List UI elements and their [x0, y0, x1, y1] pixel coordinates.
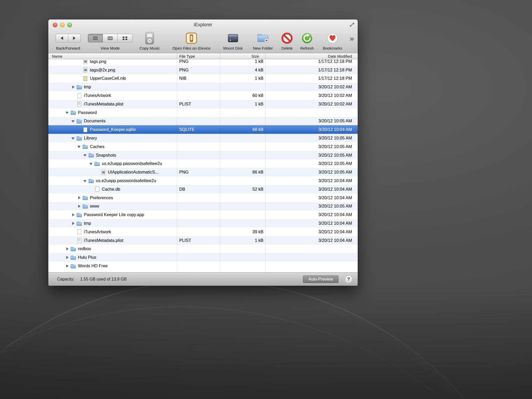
window-chrome: iExplorer Back/Forward: [48, 19, 358, 53]
disk-icon: [227, 33, 239, 44]
grid-view-icon: [123, 37, 127, 40]
folder-icon: [83, 195, 88, 200]
idevice-icon: [185, 32, 198, 44]
grid-view-button[interactable]: [118, 34, 132, 42]
column-header-date-modified[interactable]: Date Modified: [265, 53, 358, 59]
disclosure-triangle-icon[interactable]: [71, 136, 77, 140]
date-modified: 3/20/12 10:05 AM: [265, 168, 358, 176]
table-row[interactable]: Caches3/20/12 10:05 AM: [48, 142, 358, 151]
date-modified: 3/20/12 10:04 AM: [265, 219, 358, 228]
title-bar[interactable]: iExplorer: [48, 19, 358, 30]
toolbar-overflow-chevron[interactable]: »: [350, 35, 354, 42]
table-row[interactable]: Password: [48, 108, 358, 117]
table-row[interactable]: Documents3/20/12 10:05 AM: [48, 117, 358, 125]
disclosure-triangle-icon[interactable]: [83, 179, 89, 183]
image-icon: [101, 170, 106, 175]
table-row[interactable]: Words HD Free: [48, 262, 358, 270]
table-row[interactable]: Snapshots3/20/12 10:05 AM: [48, 151, 358, 159]
file-size: 1 kB: [220, 100, 265, 108]
column-view-button[interactable]: [103, 34, 118, 42]
delete-button[interactable]: Delete: [277, 31, 297, 50]
open-files-button[interactable]: Open Files on iDevice: [165, 31, 217, 50]
file-type: NIB: [177, 74, 220, 83]
disclosure-triangle-icon[interactable]: [71, 119, 77, 123]
column-header-file-type[interactable]: File Type: [177, 53, 220, 59]
column-header-size[interactable]: Size: [220, 53, 265, 59]
folder-icon: [83, 204, 88, 209]
disclosure-triangle-icon[interactable]: [77, 196, 83, 200]
table-row[interactable]: iTunesMetadata.plistPLIST1 kB3/20/12 10:…: [48, 236, 358, 245]
file-type: [177, 151, 220, 159]
date-modified: [265, 262, 358, 270]
file-size: [220, 194, 265, 202]
disclosure-triangle-icon[interactable]: [65, 264, 71, 268]
desktop-swirl: [0, 307, 532, 399]
folder-icon: [95, 161, 100, 166]
zoom-button[interactable]: [67, 23, 72, 27]
delete-icon: [281, 32, 293, 44]
table-row[interactable]: tmp3/20/12 10:02 AM: [48, 83, 358, 91]
table-row[interactable]: Preferences3/20/12 10:04 AM: [48, 194, 358, 202]
disclosure-spacer: [71, 94, 77, 97]
status-bar: Capacity: 1.55 GB used of 13.9 GB Auto-P…: [48, 272, 358, 286]
disclosure-triangle-icon[interactable]: [71, 213, 77, 217]
file-type: [177, 262, 220, 270]
table-row[interactable]: Cache.dbDB52 kB3/20/12 10:04 AM: [48, 185, 358, 194]
table-row[interactable]: tags@2x.pngPNG4 kB1/17/12 12:18 PM: [48, 66, 358, 74]
minimize-button[interactable]: [60, 23, 65, 27]
table-row[interactable]: us.e2uapp.passwordsafelitee2u3/20/12 10:…: [48, 159, 358, 168]
table-row[interactable]: us.e2uapp.passwordsafelitee2u3/20/12 10:…: [48, 176, 358, 185]
file-size: [220, 245, 265, 253]
disclosure-triangle-icon[interactable]: [65, 256, 71, 259]
disclosure-triangle-icon[interactable]: [77, 204, 83, 208]
back-button[interactable]: [56, 34, 68, 42]
mount-disk-button[interactable]: Mount Disk: [217, 31, 249, 50]
date-modified: 1/17/12 12:18 PM: [265, 74, 358, 83]
table-row[interactable]: iTunesArtwork60 kB3/20/12 10:02 AM: [48, 91, 358, 100]
close-button[interactable]: [53, 23, 57, 27]
file-name: Password Keeper Lite copy.app: [84, 212, 144, 217]
folder-icon: [77, 118, 82, 124]
file-type: [177, 117, 220, 125]
table-row[interactable]: iTunesMetadata.plistPLIST1 kB3/20/12 10:…: [48, 100, 358, 108]
disclosure-triangle-icon[interactable]: [77, 145, 83, 148]
forward-button[interactable]: [68, 34, 81, 42]
file-type: [177, 202, 220, 211]
file-type: PNG: [177, 66, 220, 74]
new-folder-button[interactable]: New Folder: [249, 31, 277, 50]
copy-music-button[interactable]: Copy Music: [134, 31, 165, 50]
disclosure-triangle-icon[interactable]: [65, 247, 71, 251]
folder-icon: [77, 84, 82, 90]
table-row[interactable]: tmp3/20/12 10:04 AM: [48, 219, 358, 228]
table-row[interactable]: redbox: [48, 245, 358, 253]
table-row[interactable]: iTunesArtwork39 kB3/20/12 10:04 AM: [48, 228, 358, 236]
table-row[interactable]: UpperCaseCell.nibNIB1 kB1/17/12 12:18 PM: [48, 74, 358, 83]
file-name: tags.png: [90, 59, 106, 64]
table-row[interactable]: www3/20/12 10:05 AM: [48, 202, 358, 211]
table-row[interactable]: Password_Keeper.sqliteSQLITE68 kB3/20/12…: [48, 125, 358, 134]
disclosure-triangle-icon[interactable]: [71, 222, 77, 225]
disclosure-triangle-icon[interactable]: [71, 85, 77, 89]
table-row[interactable]: Password Keeper Lite copy.app3/20/12 10:…: [48, 210, 358, 219]
fullscreen-icon[interactable]: [349, 22, 355, 27]
refresh-button[interactable]: Refresh: [297, 31, 317, 50]
file-name: iTunesMetadata.plist: [84, 238, 123, 243]
column-header-name[interactable]: Name: [48, 53, 177, 59]
disclosure-triangle-icon[interactable]: [89, 162, 95, 165]
file-size: 68 kB: [220, 125, 265, 134]
table-row[interactable]: UIApplicationAutomaticS...PNG86 kB3/20/1…: [48, 168, 358, 176]
table-row[interactable]: tags.pngPNG1 kB1/17/12 12:18 PM: [48, 59, 358, 66]
help-button[interactable]: ?: [345, 275, 353, 283]
disclosure-triangle-icon[interactable]: [83, 153, 89, 157]
view-mode-control: [88, 34, 132, 43]
table-row[interactable]: Library3/20/12 10:05 AM: [48, 134, 358, 142]
auto-preview-button[interactable]: Auto-Preview: [303, 275, 338, 283]
list-view-button[interactable]: [88, 34, 103, 42]
file-type: [177, 245, 220, 253]
disclosure-spacer: [71, 230, 77, 234]
date-modified: 3/20/12 10:02 AM: [265, 83, 358, 91]
table-row[interactable]: Hulu Plus: [48, 253, 358, 262]
file-type: [177, 91, 220, 100]
disclosure-triangle-icon[interactable]: [65, 111, 71, 114]
bookmarks-button[interactable]: Bookmarks: [318, 31, 347, 50]
